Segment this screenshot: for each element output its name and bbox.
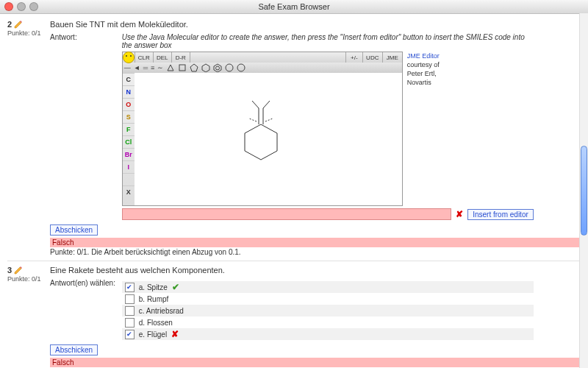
scrollbar-thumb[interactable]	[581, 146, 587, 236]
atom-F[interactable]: F	[123, 123, 135, 135]
choice-row: d. Flossen	[122, 316, 534, 328]
choice-label: a. Spitze	[139, 283, 168, 291]
choice-row: ✔e. Flügel✘	[122, 328, 534, 340]
svg-marker-2	[168, 65, 173, 71]
toolbar-spacer	[190, 52, 346, 63]
svg-point-7	[216, 66, 220, 70]
submit-button[interactable]: Abschicken	[50, 224, 98, 236]
question-points: Punkte: 0/1	[7, 29, 44, 37]
atom-Br[interactable]: Br	[123, 148, 135, 160]
toolbar-udc[interactable]: UDC	[363, 52, 383, 63]
ring3-icon[interactable]	[165, 63, 176, 72]
answer-label: Antwort:	[50, 33, 120, 41]
svg-rect-3	[179, 65, 185, 71]
bond-stereo-icon[interactable]: ◄	[132, 64, 142, 71]
choice-checkbox[interactable]	[125, 306, 135, 316]
svg-line-14	[263, 101, 270, 108]
correct-icon: ✔	[172, 282, 179, 292]
svg-marker-4	[190, 64, 198, 71]
ring5-icon[interactable]	[188, 63, 200, 72]
svg-marker-17	[15, 267, 21, 274]
credits-line: Peter Ertl,	[407, 70, 437, 77]
atom-O[interactable]: O	[123, 98, 135, 110]
choice-row: c. Antriebsrad	[122, 305, 534, 316]
atom-N[interactable]: N	[123, 85, 135, 98]
svg-point-8	[226, 64, 233, 71]
vertical-scrollbar[interactable]	[579, 13, 588, 368]
jme-link[interactable]: JME Editor	[407, 52, 440, 60]
svg-line-15	[265, 118, 273, 121]
bond-triple-icon[interactable]: ≡	[149, 64, 156, 71]
choice-row: b. Rumpf	[122, 293, 534, 305]
answer-label: Antwort(en) wählen:	[50, 279, 120, 287]
svg-marker-5	[202, 64, 209, 72]
bond-chain-icon[interactable]: ∼	[156, 64, 165, 71]
atom-blank[interactable]	[123, 173, 135, 185]
question-points: Punkte: 0/1	[7, 275, 44, 283]
window-title: Safe Exam Browser	[0, 2, 588, 11]
choice-checkbox[interactable]	[125, 318, 135, 328]
atom-S[interactable]: S	[123, 110, 135, 123]
svg-marker-10	[245, 124, 277, 160]
atom-I[interactable]: I	[123, 160, 135, 173]
toolbar-clr[interactable]: CLR	[135, 52, 154, 63]
choice-label: b. Rumpf	[139, 295, 169, 303]
toolbar-del[interactable]: DEL	[154, 52, 172, 63]
feedback-title: Falsch	[50, 238, 581, 247]
atom-Cl[interactable]: Cl	[123, 135, 135, 148]
ring7-icon[interactable]	[223, 63, 235, 72]
ring8-icon[interactable]	[235, 63, 247, 72]
credits-line: courtesy of	[407, 61, 440, 68]
question-number: 3	[7, 266, 12, 275]
wrong-icon: ✘	[171, 329, 179, 339]
edit-icon[interactable]	[14, 20, 23, 29]
toolbar-charge[interactable]: +/-	[346, 52, 363, 63]
submit-button[interactable]: Abschicken	[50, 344, 98, 355]
ring6-icon[interactable]	[200, 63, 212, 72]
choice-checkbox[interactable]: ✔	[125, 330, 135, 339]
svg-line-16	[249, 118, 257, 121]
svg-marker-6	[214, 64, 221, 72]
choice-label: e. Flügel	[139, 330, 167, 339]
choice-label: c. Antriebsrad	[139, 307, 184, 315]
wrong-icon: ✘	[456, 209, 463, 219]
question-divider	[7, 261, 581, 261]
editor-toolbar-bonds: — ◄ ═ ≡ ∼	[123, 63, 402, 73]
editor-atom-palette: CNOSFClBrIX	[123, 73, 135, 205]
choice-checkbox[interactable]: ✔	[125, 283, 135, 292]
question-number: 2	[7, 20, 12, 29]
molecule-editor[interactable]: CLR DEL D-R +/- UDC JME — ◄	[122, 52, 403, 206]
toolbar-jme[interactable]: JME	[383, 52, 402, 63]
choice-row: ✔a. Spitze✔	[122, 281, 534, 293]
feedback-title: Falsch	[50, 358, 581, 367]
choice-label: d. Flossen	[139, 319, 173, 327]
question-3: 3 Punkte: 0/1 Eine Rakete besteht aus we…	[7, 266, 581, 368]
editor-canvas[interactable]	[135, 73, 402, 205]
smiles-answer-input[interactable]	[122, 208, 451, 220]
atom-X[interactable]: X	[123, 185, 135, 198]
question-2: 2 Punkte: 0/1 Bauen Sie TNT mit dem Mole…	[7, 20, 581, 256]
choice-list: ✔a. Spitze✔b. Rumpfc. Antriebsradd. Flos…	[122, 281, 534, 340]
feedback-text: Punkte: 0/1. Die Arbeit berücksichtigt e…	[50, 248, 581, 256]
toolbar-dr[interactable]: D-R	[172, 52, 190, 63]
svg-marker-0	[15, 21, 21, 28]
svg-line-13	[252, 101, 259, 108]
svg-point-9	[237, 64, 245, 71]
editor-credits: JME Editor courtesy of Peter Ertl, Novar…	[407, 52, 440, 87]
benzene-icon[interactable]	[212, 63, 223, 72]
editor-toolbar-top: CLR DEL D-R +/- UDC JME	[123, 52, 402, 63]
edit-icon[interactable]	[14, 266, 23, 275]
question-text: Eine Rakete besteht aus welchen Komponen…	[50, 266, 581, 275]
bond-double-icon[interactable]: ═	[142, 64, 149, 71]
bond-single-icon[interactable]: —	[123, 64, 132, 71]
window-titlebar: Safe Exam Browser	[0, 0, 588, 14]
ring4-icon[interactable]	[176, 63, 188, 72]
smiley-icon[interactable]	[123, 52, 135, 63]
credits-line: Novartis	[407, 79, 431, 86]
insert-from-editor-button[interactable]: Insert from editor	[467, 209, 534, 220]
choice-checkbox[interactable]	[125, 294, 135, 304]
atom-C[interactable]: C	[123, 73, 135, 85]
question-text: Bauen Sie TNT mit dem Moleküleditor.	[50, 20, 581, 29]
editor-hint: Use the Java Molecular editor to create …	[122, 33, 534, 49]
